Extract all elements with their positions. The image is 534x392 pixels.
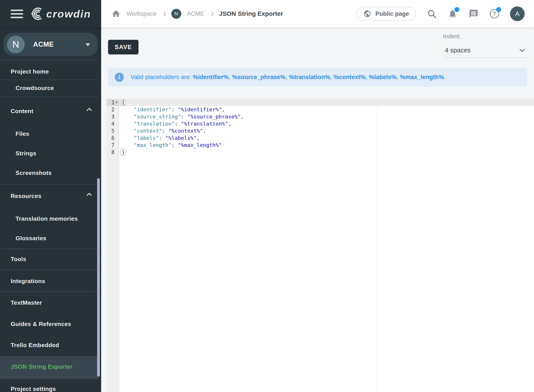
sidebar-item-translation-memories[interactable]: Translation memories [16, 215, 78, 222]
project-selector-avatar: N [7, 36, 25, 53]
placeholder-token: %max_length% [400, 74, 444, 80]
sidebar-divider [0, 378, 98, 379]
user-avatar[interactable]: A [510, 6, 525, 21]
indent-label: Indent: [443, 33, 461, 40]
code-line: { [119, 99, 534, 106]
sidebar-header: crowdin [0, 0, 101, 28]
sidebar-item-guides-references[interactable]: Guides & References [11, 321, 71, 327]
sidebar-divider [0, 291, 98, 292]
banner-segment: , [330, 74, 333, 80]
sidebar-item-glossaries[interactable]: Glossaries [16, 235, 47, 242]
breadcrumb-project[interactable]: ACME [187, 10, 204, 17]
gutter-line-number: 5 [107, 127, 119, 135]
chevron-down-icon [519, 47, 525, 52]
gutter-line-number: 4 [107, 120, 119, 127]
sidebar-item-crowdsource[interactable]: Crowdsource [16, 85, 54, 92]
sidebar-item-resources[interactable]: Resources [11, 193, 41, 200]
sidebar-divider [0, 79, 98, 80]
code-line: "context": "%context%", [119, 127, 534, 135]
code-editor[interactable]: 12345678 { "identifier": "%identifier%",… [107, 99, 534, 392]
sidebar-item-integrations[interactable]: Integrations [11, 278, 45, 285]
banner-segment: , [397, 74, 400, 80]
breadcrumb: Workspace N ACME JSON String Exporter [111, 9, 283, 19]
chevron-up-icon [86, 193, 92, 198]
breadcrumb-workspace[interactable]: Workspace [126, 10, 156, 17]
brace-fold-widget: } [121, 149, 126, 156]
sidebar: N ACME Project homeCrowdsourceContentFil… [0, 28, 101, 392]
notifications-button[interactable] [447, 9, 458, 19]
banner-segment: . [444, 74, 446, 80]
gutter-line-number: 6 [107, 135, 119, 142]
code-line: "translation": "%translation%", [119, 120, 534, 127]
gutter-line-number: 2 [107, 106, 119, 113]
editor-gutter[interactable]: 12345678 [107, 99, 119, 392]
banner-segment: Valid placeholders are: [131, 74, 193, 80]
globe-icon [363, 10, 371, 18]
fold-arrow-icon[interactable] [115, 102, 118, 103]
crowdin-logo[interactable]: crowdin [30, 7, 92, 21]
placeholder-token: %source_phrase% [232, 74, 286, 80]
indent-selected-value: 4 spaces [445, 47, 471, 54]
sidebar-item-json-string-exporter[interactable]: JSON String Exporter [11, 363, 72, 370]
placeholder-token: %translation% [289, 74, 330, 80]
sidebar-item-trello-embedded[interactable]: Trello Embedded [11, 342, 59, 349]
search-icon [427, 9, 437, 19]
placeholder-token: %identifier% [193, 74, 229, 80]
gutter-line-number: 7 [107, 142, 119, 149]
brace-fold-widget: { [121, 99, 126, 106]
code-line: "labels": "%labels%", [119, 135, 534, 142]
gutter-line-number: 8 [107, 149, 119, 156]
sidebar-item-textmaster[interactable]: TextMaster [11, 299, 42, 306]
public-page-label: Public page [375, 10, 409, 17]
header-actions: Public page [356, 6, 525, 21]
crowdin-bird-icon [30, 7, 44, 21]
page-title: JSON String Exporter [219, 10, 283, 17]
help-badge [496, 7, 501, 12]
chevron-right-icon [209, 11, 214, 16]
menu-icon[interactable] [11, 9, 23, 18]
gutter-line-number: 3 [107, 113, 119, 120]
sidebar-divider [0, 184, 98, 184]
code-line: "source_string": "%source_phrase%", [119, 113, 534, 120]
save-button[interactable]: SAVE [108, 40, 139, 54]
public-page-button[interactable]: Public page [356, 7, 416, 21]
info-icon: i [115, 73, 124, 82]
home-icon[interactable] [111, 9, 121, 19]
code-line: "max_length": "%max_length%" [119, 142, 534, 149]
project-avatar[interactable]: N [171, 9, 181, 19]
sidebar-item-strings[interactable]: Strings [16, 150, 36, 157]
project-selector-name: ACME [33, 40, 54, 48]
header-main: Workspace N ACME JSON String Exporter Pu… [101, 0, 534, 28]
sidebar-divider [0, 60, 98, 61]
placeholder-token: %context% [333, 74, 365, 80]
placeholders-info-banner: i Valid placeholders are: %identifier%, … [108, 68, 527, 87]
help-button[interactable]: ? [489, 9, 500, 19]
sidebar-divider [0, 96, 98, 97]
sidebar-item-screenshots[interactable]: Screenshots [16, 170, 52, 177]
sidebar-scrollbar[interactable] [97, 178, 100, 377]
sidebar-divider [0, 270, 98, 270]
sidebar-item-project-home[interactable]: Project home [11, 68, 49, 75]
banner-segment: , [229, 74, 232, 80]
logo-text: crowdin [46, 9, 92, 19]
messages-button[interactable] [468, 9, 479, 19]
banner-segment: , [286, 74, 289, 80]
editor-code[interactable]: { "identifier": "%identifier%", "source_… [119, 99, 534, 156]
code-line: } [119, 149, 534, 156]
search-button[interactable] [426, 9, 437, 19]
caret-down-icon [85, 43, 90, 46]
chat-icon [469, 9, 478, 19]
notification-badge [454, 7, 459, 12]
banner-segment: , [365, 74, 369, 80]
code-line: "identifier": "%identifier%", [119, 106, 534, 113]
sidebar-item-tools[interactable]: Tools [11, 256, 26, 263]
sidebar-item-project-settings[interactable]: Project settings [11, 386, 56, 392]
chevron-right-icon [161, 11, 166, 16]
sidebar-divider [0, 248, 98, 249]
indent-select[interactable]: 4 spaces [443, 43, 528, 58]
project-selector[interactable]: N ACME [3, 33, 98, 56]
header: crowdin Workspace N ACME JSON String Exp… [0, 0, 534, 28]
sidebar-item-content[interactable]: Content [11, 108, 33, 115]
gutter-line-number: 1 [107, 99, 119, 106]
sidebar-item-files[interactable]: Files [16, 131, 29, 137]
